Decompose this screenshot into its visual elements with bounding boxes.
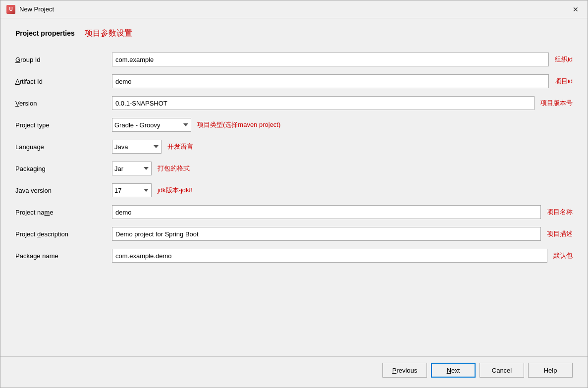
section-title: Project properties bbox=[15, 29, 75, 37]
java-version-row: Java version 17 11 8 jdk版本-jdk8 bbox=[15, 179, 573, 201]
project-type-input-area: Gradle - Groovy Gradle - Kotlin Maven 项目… bbox=[112, 118, 573, 132]
project-description-input[interactable] bbox=[112, 227, 541, 241]
version-annotation: 项目版本号 bbox=[540, 99, 573, 108]
group-id-input[interactable] bbox=[112, 53, 549, 66]
project-description-label: Project description bbox=[15, 230, 112, 238]
project-name-input-area: 项目名称 bbox=[112, 205, 573, 219]
form-area: Group Id 组织id Artifact Id 项目id bbox=[15, 49, 573, 346]
java-version-input-area: 17 11 8 jdk版本-jdk8 bbox=[112, 183, 573, 197]
artifact-id-input-area: 项目id bbox=[112, 74, 573, 88]
version-input[interactable] bbox=[112, 96, 535, 110]
packaging-row: Packaging Jar War 打包的格式 bbox=[15, 158, 573, 179]
previous-button[interactable]: Previous bbox=[382, 363, 427, 378]
package-name-label: Package name bbox=[15, 252, 112, 260]
artifact-id-input[interactable] bbox=[112, 74, 549, 88]
project-type-annotation: 项目类型(选择maven project) bbox=[197, 120, 280, 129]
package-name-input[interactable] bbox=[112, 249, 547, 263]
chinese-title: 项目参数设置 bbox=[85, 28, 132, 39]
artifact-id-row: Artifact Id 项目id bbox=[15, 70, 573, 92]
help-button[interactable]: Help bbox=[528, 363, 573, 378]
window-title: New Project bbox=[19, 5, 54, 13]
package-name-input-area: 默认包 bbox=[112, 249, 573, 263]
title-bar-left: U New Project bbox=[6, 5, 54, 14]
package-name-row: Package name 默认包 bbox=[15, 245, 573, 267]
project-description-annotation: 项目描述 bbox=[547, 229, 573, 238]
language-input-area: Java Kotlin Groovy 开发语言 bbox=[112, 140, 573, 154]
main-content: Project properties 项目参数设置 Group Id 组织id … bbox=[0, 18, 588, 356]
artifact-id-annotation: 项目id bbox=[555, 77, 573, 86]
packaging-input-area: Jar War 打包的格式 bbox=[112, 162, 573, 175]
project-type-label: Project type bbox=[15, 121, 112, 129]
language-label: Language bbox=[15, 143, 112, 151]
packaging-select[interactable]: Jar War bbox=[112, 162, 152, 175]
packaging-label: Packaging bbox=[15, 165, 112, 172]
footer: Previous Next Cancel Help bbox=[0, 356, 588, 388]
header-section: Project properties 项目参数设置 bbox=[15, 28, 573, 39]
group-id-annotation: 组织id bbox=[555, 55, 573, 64]
title-bar: U New Project ✕ bbox=[0, 0, 588, 18]
java-version-annotation: jdk版本-jdk8 bbox=[158, 186, 193, 195]
packaging-annotation: 打包的格式 bbox=[158, 164, 190, 173]
version-row: Version 项目版本号 bbox=[15, 92, 573, 114]
project-name-label: Project name bbox=[15, 209, 112, 216]
artifact-id-label: Artifact Id bbox=[15, 78, 112, 85]
project-name-input[interactable] bbox=[112, 205, 541, 219]
language-annotation: 开发语言 bbox=[167, 142, 193, 151]
java-version-label: Java version bbox=[15, 187, 112, 194]
language-row: Language Java Kotlin Groovy 开发语言 bbox=[15, 136, 573, 158]
project-type-row: Project type Gradle - Groovy Gradle - Ko… bbox=[15, 114, 573, 136]
project-name-row: Project name 项目名称 bbox=[15, 201, 573, 223]
close-button[interactable]: ✕ bbox=[570, 3, 582, 15]
project-description-row: Project description 项目描述 bbox=[15, 223, 573, 245]
language-select[interactable]: Java Kotlin Groovy bbox=[112, 140, 161, 154]
project-description-input-area: 项目描述 bbox=[112, 227, 573, 241]
project-name-annotation: 项目名称 bbox=[547, 208, 573, 217]
next-button[interactable]: Next bbox=[431, 363, 476, 378]
cancel-button[interactable]: Cancel bbox=[480, 363, 524, 378]
version-input-area: 项目版本号 bbox=[112, 96, 573, 110]
package-name-annotation: 默认包 bbox=[553, 251, 573, 260]
group-id-input-area: 组织id bbox=[112, 53, 573, 66]
version-label: Version bbox=[15, 100, 112, 107]
app-icon: U bbox=[6, 5, 15, 14]
project-type-select[interactable]: Gradle - Groovy Gradle - Kotlin Maven bbox=[112, 118, 191, 132]
group-id-label: Group Id bbox=[15, 56, 112, 63]
java-version-select[interactable]: 17 11 8 bbox=[112, 183, 152, 197]
group-id-row: Group Id 组织id bbox=[15, 49, 573, 70]
new-project-window: U New Project ✕ Project properties 项目参数设… bbox=[0, 0, 588, 388]
